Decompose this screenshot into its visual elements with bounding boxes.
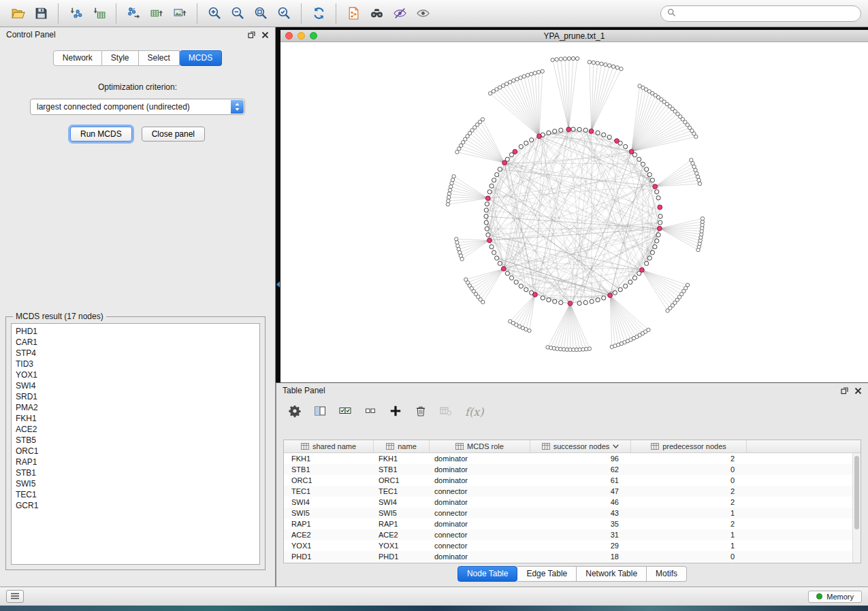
zoom-fit-button[interactable] <box>250 3 272 24</box>
table-row[interactable]: FKH1FKH1dominator962 <box>284 453 852 464</box>
network-canvas[interactable] <box>280 42 868 382</box>
add-row-button[interactable] <box>387 403 404 420</box>
open-folder-button[interactable] <box>7 3 29 24</box>
cell-shared-name: ACE2 <box>284 529 374 540</box>
select-all-button[interactable] <box>336 403 354 420</box>
zoom-in-button[interactable] <box>204 3 225 24</box>
cell-name: TEC1 <box>374 486 430 497</box>
toggle-graphics-button[interactable] <box>389 3 411 24</box>
table-row[interactable]: RAP1RAP1dominator352 <box>284 518 852 529</box>
table-row[interactable]: PHD1PHD1dominator180 <box>284 551 852 562</box>
close-panel-icon[interactable] <box>261 31 269 39</box>
table-row[interactable]: SWI5SWI5connector431 <box>284 508 852 518</box>
mcds-result-item[interactable]: SWI4 <box>16 380 259 391</box>
scrollbar-thumb[interactable] <box>854 456 859 529</box>
mcds-result-item[interactable]: SRD1 <box>16 391 259 402</box>
column-header-MCDS-role[interactable]: MCDS role <box>430 440 530 452</box>
deselect-all-button[interactable] <box>361 403 379 420</box>
zoom-selected-button[interactable] <box>273 3 295 24</box>
mcds-result-item[interactable]: PHD1 <box>16 326 259 337</box>
mcds-result-item[interactable]: CAR1 <box>16 337 259 348</box>
mcds-result-item[interactable]: TEC1 <box>16 489 259 500</box>
delete-row-button[interactable] <box>412 403 430 420</box>
mcds-result-item[interactable]: STB1 <box>16 467 259 478</box>
status-menu-button[interactable] <box>6 590 24 603</box>
mcds-result-item[interactable]: FKH1 <box>16 413 259 424</box>
cell-name: ACE2 <box>374 529 430 540</box>
column-header-predecessor-nodes[interactable]: predecessor nodes <box>631 440 747 452</box>
close-table-panel-icon[interactable] <box>854 387 862 395</box>
tab-network[interactable]: Network <box>53 50 102 66</box>
toolbar-separator <box>58 3 59 24</box>
import-table-button[interactable] <box>88 3 110 24</box>
cell-successor-nodes: 46 <box>530 497 631 508</box>
table-row[interactable]: ORC1ORC1dominator610 <box>284 475 852 486</box>
mcds-result-item[interactable]: TID3 <box>16 359 259 369</box>
tab-style[interactable]: Style <box>102 50 139 66</box>
mcds-result-item[interactable]: SWI5 <box>16 478 259 489</box>
table-row[interactable]: TEC1TEC1connector472 <box>284 486 852 497</box>
show-hide-button[interactable] <box>412 3 434 24</box>
desktop-wallpaper-edge <box>0 606 868 611</box>
table-header-row: shared namenameMCDS rolesuccessor nodesp… <box>284 440 861 453</box>
float-panel-icon[interactable] <box>248 31 255 39</box>
tab-motifs[interactable]: Motifs <box>647 566 687 582</box>
share-document-button[interactable] <box>342 3 364 24</box>
table-row[interactable]: ACE2ACE2connector311 <box>284 529 852 540</box>
table-scrollbar[interactable] <box>852 453 861 563</box>
window-close-icon[interactable] <box>285 32 293 39</box>
table-row[interactable]: SWI4SWI4dominator462 <box>284 497 852 508</box>
mcds-result-item[interactable]: PMA2 <box>16 402 259 413</box>
close-panel-button[interactable]: Close panel <box>142 127 205 142</box>
cell-name: ORC1 <box>374 475 430 486</box>
search-input[interactable] <box>679 9 854 18</box>
mcds-result-item[interactable]: YOX1 <box>16 369 259 380</box>
import-network-button[interactable] <box>65 3 86 24</box>
window-maximize-icon[interactable] <box>310 32 317 39</box>
mcds-result-item[interactable]: RAP1 <box>16 457 259 467</box>
memory-button[interactable]: Memory <box>808 591 862 603</box>
delete-table-button[interactable] <box>437 403 455 420</box>
column-header-successor-nodes[interactable]: successor nodes <box>530 440 631 452</box>
table-settings-button[interactable] <box>286 403 304 420</box>
node-table: shared namenameMCDS rolesuccessor nodesp… <box>283 440 861 563</box>
toolbar-separator <box>197 3 197 24</box>
window-minimize-icon[interactable] <box>298 32 305 39</box>
export-image-button[interactable] <box>169 3 191 24</box>
sort-desc-icon <box>613 444 619 448</box>
toolbar-separator <box>116 3 116 24</box>
column-header-name[interactable]: name <box>374 440 430 452</box>
zoom-out-button[interactable] <box>227 3 248 24</box>
zoom-fit-icon <box>254 6 268 20</box>
cell-MCDS-role: dominator <box>430 464 530 475</box>
table-row[interactable]: YOX1YOX1connector291 <box>284 540 852 551</box>
export-table-button[interactable] <box>146 3 167 24</box>
splitter-collapse-icon[interactable] <box>276 280 280 287</box>
function-builder-button[interactable]: f(x) <box>465 406 483 418</box>
column-header-shared-name[interactable]: shared name <box>284 440 374 452</box>
export-network-button[interactable] <box>123 3 144 24</box>
mcds-result-item[interactable]: GCR1 <box>16 500 259 511</box>
tab-mcds[interactable]: MCDS <box>180 50 222 66</box>
float-table-panel-icon[interactable] <box>841 387 848 395</box>
show-columns-button[interactable] <box>311 403 329 420</box>
run-mcds-button[interactable]: Run MCDS <box>70 127 132 142</box>
control-panel-title: Control Panel <box>6 30 56 39</box>
save-button[interactable] <box>30 3 52 24</box>
refresh-icon <box>312 6 326 20</box>
network-graph[interactable] <box>280 42 868 382</box>
tab-select[interactable]: Select <box>139 50 180 66</box>
search-network-button[interactable] <box>366 3 387 24</box>
mcds-result-item[interactable]: STP4 <box>16 348 259 359</box>
criterion-select[interactable]: largest connected component (undirected) <box>30 99 245 115</box>
hamburger-icon <box>10 592 20 601</box>
mcds-result-item[interactable]: ORC1 <box>16 446 259 457</box>
mcds-result-item[interactable]: ACE2 <box>16 424 259 435</box>
tab-network-table[interactable]: Network Table <box>577 566 647 582</box>
search-box <box>660 5 861 22</box>
tab-edge-table[interactable]: Edge Table <box>517 566 577 582</box>
tab-node-table[interactable]: Node Table <box>457 566 518 582</box>
mcds-result-item[interactable]: STB5 <box>16 435 259 446</box>
table-row[interactable]: STB1STB1dominator620 <box>284 464 852 475</box>
refresh-button[interactable] <box>308 3 329 24</box>
